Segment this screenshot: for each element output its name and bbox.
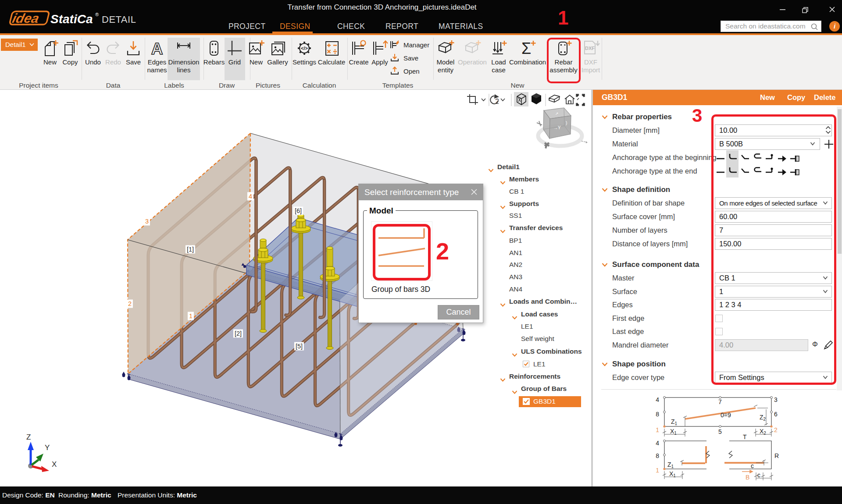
svg-text:2: 2	[774, 426, 778, 433]
svg-text:DXF: DXF	[585, 46, 595, 51]
svg-text:X1: X1	[670, 428, 677, 436]
svg-text:8: 8	[656, 411, 659, 418]
svg-text:Z1: Z1	[671, 418, 678, 426]
svg-text:</>: </>	[301, 46, 308, 51]
svg-text:c: c	[757, 472, 760, 479]
svg-text:0=9: 0=9	[721, 412, 731, 419]
svg-text:4: 4	[656, 396, 659, 403]
svg-text:idea: idea	[11, 11, 41, 25]
svg-text:Z1: Z1	[667, 461, 674, 469]
svg-text:X2: X2	[760, 428, 766, 436]
svg-text:2: 2	[495, 98, 499, 105]
svg-text:7: 7	[718, 398, 722, 405]
svg-text:A: A	[151, 40, 163, 58]
svg-text:Σ: Σ	[521, 39, 531, 57]
svg-text:B: B	[746, 474, 749, 481]
svg-text:X1: X1	[669, 470, 676, 478]
svg-text:Y: Y	[45, 444, 50, 452]
svg-text:®: ®	[95, 12, 99, 17]
svg-text:X: X	[52, 460, 57, 469]
svg-text:T: T	[743, 433, 747, 440]
svg-text:1: 1	[656, 426, 659, 433]
svg-text:→Y: →Y	[553, 125, 561, 130]
svg-text:4: 4	[656, 440, 659, 447]
svg-text:c: c	[751, 462, 754, 469]
svg-text:8: 8	[656, 452, 659, 459]
svg-text:↗: ↗	[555, 111, 559, 116]
svg-text:): )	[566, 121, 567, 125]
svg-text:StatiCa: StatiCa	[50, 12, 93, 26]
svg-text:6: 6	[774, 411, 778, 418]
svg-text:DETAIL: DETAIL	[102, 14, 136, 25]
svg-text:5: 5	[718, 428, 722, 435]
svg-text:3: 3	[774, 396, 778, 403]
svg-text:Z2: Z2	[760, 414, 766, 422]
svg-text:Z: Z	[26, 433, 31, 441]
svg-text:1: 1	[656, 467, 659, 474]
svg-text:R: R	[774, 452, 779, 459]
